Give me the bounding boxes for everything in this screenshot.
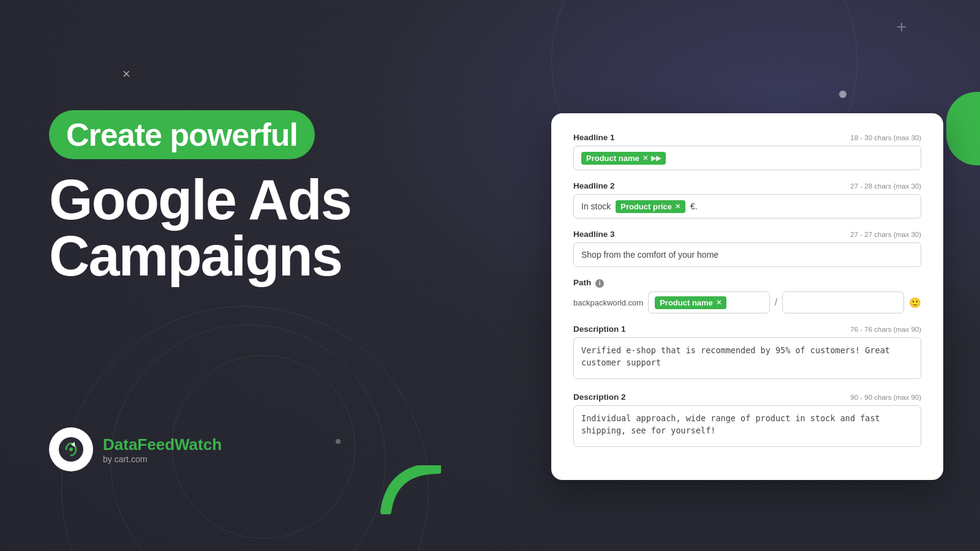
path-segment2[interactable] xyxy=(782,291,904,313)
description1-chars: 76 - 76 chars (max 90) xyxy=(850,326,921,333)
path-emoji-icon[interactable]: 🙂 xyxy=(909,297,921,309)
description2-textarea[interactable]: Individual approach, wide range of produ… xyxy=(573,405,921,447)
logo-sub: by cart.com xyxy=(103,454,222,464)
headline2-prefix: In stock xyxy=(581,201,611,211)
headline3-chars: 27 - 27 chars (max 30) xyxy=(850,231,921,238)
description2-label-row: Description 2 90 - 90 chars (max 90) xyxy=(573,392,921,402)
headline3-label: Headline 3 xyxy=(573,230,615,239)
description2-label: Description 2 xyxy=(573,392,626,402)
headline1-input[interactable]: Product name ✕ ▶▶ xyxy=(573,146,921,170)
headline1-tag[interactable]: Product name ✕ ▶▶ xyxy=(581,152,666,165)
headline2-tag-close[interactable]: ✕ xyxy=(675,203,680,211)
headline1-label: Headline 1 xyxy=(573,133,615,142)
logo-text: DataFeedWatch by cart.com xyxy=(103,435,222,464)
headline1-tag-close[interactable]: ✕ xyxy=(643,154,648,162)
headline2-suffix: €. xyxy=(690,201,698,211)
badge-text: Create powerful xyxy=(66,117,298,152)
path-group: Path i backpackworld.com Product name ✕ … xyxy=(573,278,921,313)
headline-line2: Campaigns xyxy=(49,228,441,284)
description1-textarea[interactable]: Verified e-shop that is recommended by 9… xyxy=(573,337,921,379)
headline2-group: Headline 2 27 - 28 chars (max 30) In sto… xyxy=(573,181,921,219)
headline2-label-row: Headline 2 27 - 28 chars (max 30) xyxy=(573,181,921,190)
logo-name: DataFeedWatch xyxy=(103,435,222,454)
headline3-label-row: Headline 3 27 - 27 chars (max 30) xyxy=(573,230,921,239)
headline2-label: Headline 2 xyxy=(573,181,615,190)
headline3-group: Headline 3 27 - 27 chars (max 30) Shop f… xyxy=(573,230,921,267)
path-row: backpackworld.com Product name ✕ / 🙂 xyxy=(573,291,921,313)
path-segment1-tag-close[interactable]: ✕ xyxy=(716,299,722,307)
path-label-row: Path i xyxy=(573,278,921,288)
form-card: Headline 1 18 - 30 chars (max 30) Produc… xyxy=(551,113,943,480)
headline-badge: Create powerful xyxy=(49,110,315,159)
close-button[interactable]: × xyxy=(123,66,130,82)
headline1-tag-arrows[interactable]: ▶▶ xyxy=(651,154,661,162)
description1-label: Description 1 xyxy=(573,324,626,334)
path-segment1-tag-label: Product name xyxy=(660,298,713,307)
description2-chars: 90 - 90 chars (max 90) xyxy=(850,394,921,401)
headline-line1: Google Ads xyxy=(49,171,441,228)
description1-group: Description 1 76 - 76 chars (max 90) Ver… xyxy=(573,324,921,381)
description2-group: Description 2 90 - 90 chars (max 90) Ind… xyxy=(573,392,921,449)
headline1-group: Headline 1 18 - 30 chars (max 30) Produc… xyxy=(573,133,921,170)
headline1-chars: 18 - 30 chars (max 30) xyxy=(850,134,921,141)
description1-label-row: Description 1 76 - 76 chars (max 90) xyxy=(573,324,921,334)
headline3-input[interactable]: Shop from the comfort of your home xyxy=(573,242,921,267)
green-arc xyxy=(380,465,441,514)
headline2-chars: 27 - 28 chars (max 30) xyxy=(850,182,921,190)
headline1-label-row: Headline 1 18 - 30 chars (max 30) xyxy=(573,133,921,142)
headline2-input[interactable]: In stock Product price ✕ €. xyxy=(573,194,921,219)
headline3-value: Shop from the comfort of your home xyxy=(581,250,718,260)
headline-main: Google Ads Campaigns xyxy=(49,171,441,284)
logo-circle xyxy=(49,427,93,471)
logo-area: DataFeedWatch by cart.com xyxy=(49,427,222,471)
svg-point-1 xyxy=(69,448,73,451)
headline2-tag-label: Product price xyxy=(620,202,672,211)
left-content: Create powerful Google Ads Campaigns xyxy=(49,110,441,284)
path-domain: backpackworld.com xyxy=(573,298,643,307)
path-segment1-tag[interactable]: Product name ✕ xyxy=(655,296,726,309)
headline2-tag[interactable]: Product price ✕ xyxy=(616,200,685,213)
path-segment1[interactable]: Product name ✕ xyxy=(648,291,770,313)
path-info-icon[interactable]: i xyxy=(595,279,604,288)
headline1-tag-label: Product name xyxy=(586,154,639,163)
path-label: Path i xyxy=(573,278,604,288)
path-slash: / xyxy=(775,297,777,308)
